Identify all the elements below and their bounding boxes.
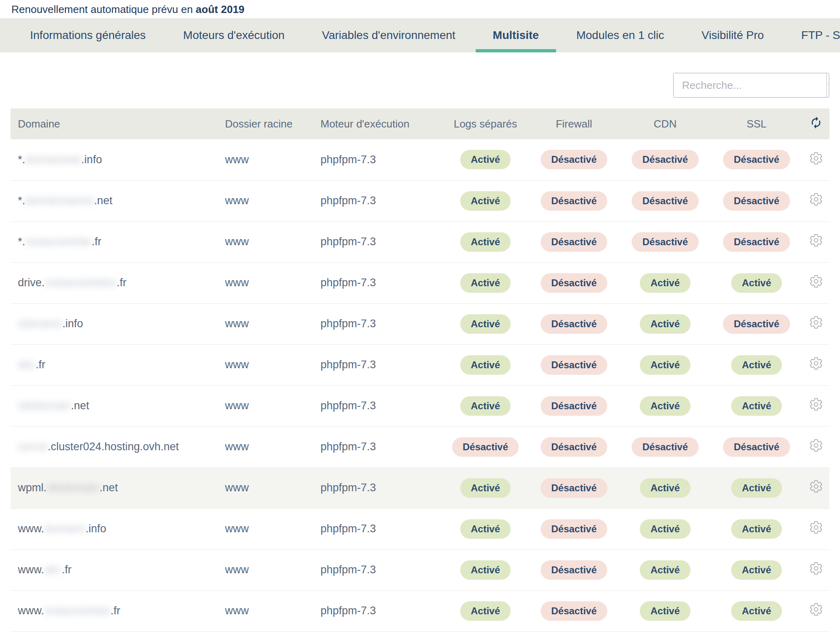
cdn-status-badge: Désactivé xyxy=(632,191,698,211)
tab-ftp-ssh[interactable]: FTP - SSH xyxy=(784,18,840,52)
row-settings-button[interactable] xyxy=(809,233,823,249)
row-settings-button[interactable] xyxy=(809,356,823,372)
cdn-status-badge: Activé xyxy=(640,396,690,416)
domain-prefix: www. xyxy=(18,523,44,535)
engine-cell: phpfpm-7.3 xyxy=(320,180,442,221)
column-header-firewall: Firewall xyxy=(528,108,619,139)
domain-cell: www.abc.fr xyxy=(11,549,225,590)
domain-redacted: domainnames xyxy=(25,194,94,207)
table-row: wpml.sitedomain.net www phpfpm-7.3 Activ… xyxy=(11,467,829,508)
domain-cell: server.cluster024.hosting.ovh.net xyxy=(11,426,225,467)
domain-suffix: .net xyxy=(100,482,118,494)
domain-suffix: .net xyxy=(71,400,89,412)
row-settings-button[interactable] xyxy=(809,561,823,577)
column-header-logs: Logs séparés xyxy=(442,108,528,139)
gear-icon xyxy=(809,192,823,208)
domain-prefix: wpml. xyxy=(18,482,47,494)
logs-status-badge: Activé xyxy=(460,396,511,416)
domain-cell: drive.restaurantsites.fr xyxy=(11,262,225,303)
ssl-status-badge: Désactivé xyxy=(723,191,790,211)
ssl-status-badge: Activé xyxy=(731,273,782,293)
table-row: server.cluster024.hosting.ovh.net www ph… xyxy=(11,426,829,467)
domain-prefix: drive. xyxy=(18,276,45,289)
table-body: *.domainweb.info www phpfpm-7.3 Activé D… xyxy=(11,139,829,631)
logs-status-badge: Désactivé xyxy=(452,437,519,457)
domain-suffix: .fr xyxy=(36,359,45,371)
domain-cell: abc.fr xyxy=(11,344,225,385)
logs-status-badge: Activé xyxy=(460,273,511,293)
root-folder-cell: www xyxy=(225,426,320,467)
row-settings-button[interactable] xyxy=(809,274,823,290)
row-settings-button[interactable] xyxy=(809,602,823,618)
firewall-status-badge: Désactivé xyxy=(541,232,607,252)
tab-variables-d-environnement[interactable]: Variables d'environnement xyxy=(305,18,473,52)
ssl-status-badge: Activé xyxy=(731,355,782,375)
tab-multisite[interactable]: Multisite xyxy=(476,18,556,52)
root-folder-cell: www xyxy=(225,549,320,590)
tab-moteurs-d-execution[interactable]: Moteurs d'exécution xyxy=(166,18,302,52)
row-settings-button[interactable] xyxy=(809,151,823,167)
tab-bar-inner: Informations généralesMoteurs d'exécutio… xyxy=(0,18,840,52)
gear-icon xyxy=(809,397,823,413)
ssl-status-badge: Désactivé xyxy=(723,232,790,252)
engine-cell: phpfpm-7.3 xyxy=(320,426,442,467)
root-folder-cell: www xyxy=(225,590,320,631)
domain-redacted: domainweb xyxy=(25,153,81,166)
gear-icon xyxy=(809,561,823,577)
row-settings-button[interactable] xyxy=(809,315,823,331)
firewall-status-badge: Désactivé xyxy=(541,560,607,580)
ssl-status-badge: Activé xyxy=(731,478,782,498)
domain-redacted: sitedomain xyxy=(47,482,100,494)
firewall-status-badge: Désactivé xyxy=(541,519,607,539)
table-row: *.domainweb.info www phpfpm-7.3 Activé D… xyxy=(11,139,829,180)
gear-icon xyxy=(809,315,823,331)
cdn-status-badge: Activé xyxy=(640,519,690,539)
root-folder-cell: www xyxy=(225,303,320,344)
row-settings-button[interactable] xyxy=(809,192,823,208)
domain-suffix: .fr xyxy=(110,605,120,617)
logs-status-badge: Activé xyxy=(460,478,511,498)
domain-cell: www.domains.info xyxy=(11,508,225,549)
engine-cell: phpfpm-7.3 xyxy=(320,221,442,262)
renewal-text: Renouvellement automatique prévu en xyxy=(11,3,196,15)
logs-status-badge: Activé xyxy=(460,560,511,580)
ssl-status-badge: Désactivé xyxy=(723,314,790,334)
row-settings-button[interactable] xyxy=(809,520,823,536)
row-settings-button[interactable] xyxy=(809,479,823,495)
firewall-status-badge: Désactivé xyxy=(541,478,607,498)
search-input[interactable] xyxy=(674,73,826,97)
table-row: sitedomain.net www phpfpm-7.3 Activé Dés… xyxy=(11,385,829,426)
firewall-status-badge: Désactivé xyxy=(541,150,607,169)
root-folder-cell: www xyxy=(225,180,320,221)
gear-icon xyxy=(809,520,823,536)
domain-redacted: restaurantsites xyxy=(45,276,117,289)
ssl-status-badge: Activé xyxy=(731,560,782,580)
domain-suffix: .cluster024.hosting.ovh.net xyxy=(48,441,179,453)
refresh-button[interactable] xyxy=(810,116,823,130)
search-button[interactable] xyxy=(826,73,829,97)
ssl-status-badge: Activé xyxy=(731,396,782,416)
domain-cell: sitename.info xyxy=(11,303,225,344)
multisite-table: Domaine Dossier racine Moteur d'exécutio… xyxy=(11,108,829,632)
tab-informations-generales[interactable]: Informations générales xyxy=(13,18,163,52)
row-settings-button[interactable] xyxy=(809,438,823,454)
domain-redacted: abc xyxy=(44,564,62,576)
cdn-status-badge: Désactivé xyxy=(632,150,698,169)
firewall-status-badge: Désactivé xyxy=(541,273,607,293)
domain-cell: *.domainnames.net xyxy=(11,180,225,221)
domain-suffix: .info xyxy=(81,153,102,166)
domain-prefix: *. xyxy=(18,194,25,207)
firewall-status-badge: Désactivé xyxy=(541,437,607,457)
row-settings-button[interactable] xyxy=(809,397,823,413)
table-row: www.domains.info www phpfpm-7.3 Activé D… xyxy=(11,508,829,549)
engine-cell: phpfpm-7.3 xyxy=(320,385,442,426)
gear-icon xyxy=(809,356,823,372)
cdn-status-badge: Activé xyxy=(640,601,690,621)
domain-prefix: *. xyxy=(18,153,25,166)
domain-redacted: abc xyxy=(18,359,36,371)
domain-prefix: www. xyxy=(18,605,44,617)
engine-cell: phpfpm-7.3 xyxy=(320,549,442,590)
gear-icon xyxy=(809,233,823,249)
tab-modules-en-1-clic[interactable]: Modules en 1 clic xyxy=(559,18,681,52)
tab-visibilite-pro[interactable]: Visibilité Pro xyxy=(684,18,781,52)
